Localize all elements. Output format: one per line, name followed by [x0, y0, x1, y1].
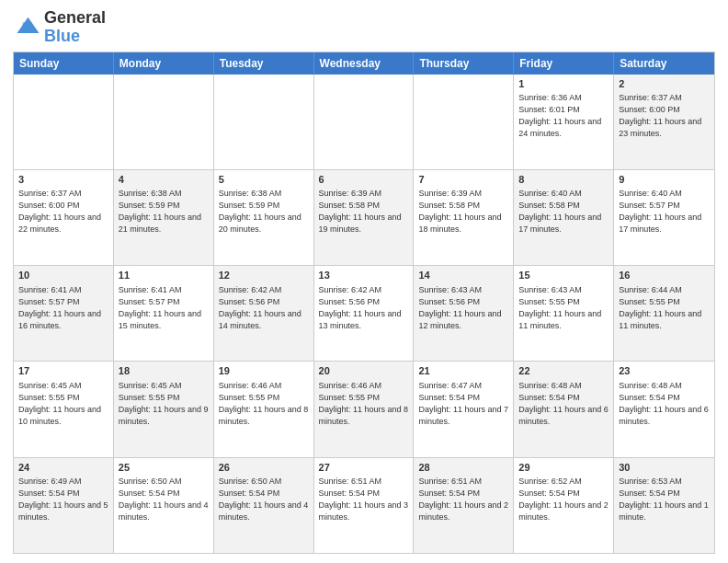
calendar-cell-day-30: 30Sunrise: 6:53 AM Sunset: 5:54 PM Dayli… [614, 458, 714, 553]
cell-info: Sunrise: 6:48 AM Sunset: 5:54 PM Dayligh… [518, 380, 609, 428]
cell-info: Sunrise: 6:51 AM Sunset: 5:54 PM Dayligh… [418, 476, 508, 523]
header-day-friday: Friday [514, 52, 614, 75]
calendar-row-4: 24Sunrise: 6:49 AM Sunset: 5:54 PM Dayli… [14, 457, 714, 553]
calendar-cell-day-12: 12Sunrise: 6:42 AM Sunset: 5:56 PM Dayli… [214, 266, 314, 361]
calendar-cell-day-23: 23Sunrise: 6:48 AM Sunset: 5:54 PM Dayli… [614, 362, 714, 456]
calendar-cell-day-25: 25Sunrise: 6:50 AM Sunset: 5:54 PM Dayli… [114, 458, 214, 553]
calendar-row-2: 10Sunrise: 6:41 AM Sunset: 5:57 PM Dayli… [14, 265, 714, 361]
day-number: 4 [119, 173, 209, 187]
calendar-cell-day-7: 7Sunrise: 6:39 AM Sunset: 5:58 PM Daylig… [414, 170, 514, 265]
cell-info: Sunrise: 6:41 AM Sunset: 5:57 PM Dayligh… [18, 284, 108, 332]
calendar-cell-day-4: 4Sunrise: 6:38 AM Sunset: 5:59 PM Daylig… [114, 170, 214, 265]
cell-info: Sunrise: 6:50 AM Sunset: 5:54 PM Dayligh… [219, 476, 309, 523]
logo-text: General Blue [44, 9, 106, 46]
calendar-cell-day-24: 24Sunrise: 6:49 AM Sunset: 5:54 PM Dayli… [14, 458, 114, 553]
calendar-row-3: 17Sunrise: 6:45 AM Sunset: 5:55 PM Dayli… [14, 361, 714, 456]
cell-info: Sunrise: 6:45 AM Sunset: 5:55 PM Dayligh… [119, 380, 209, 428]
day-number: 19 [219, 364, 309, 378]
cell-info: Sunrise: 6:42 AM Sunset: 5:56 PM Dayligh… [219, 284, 309, 332]
day-number: 7 [418, 173, 508, 187]
day-number: 14 [418, 269, 508, 282]
day-number: 1 [518, 77, 609, 91]
day-number: 3 [18, 173, 108, 187]
calendar: SundayMondayTuesdayWednesdayThursdayFrid… [13, 52, 715, 554]
calendar-cell-day-10: 10Sunrise: 6:41 AM Sunset: 5:57 PM Dayli… [14, 266, 114, 361]
calendar-cell-day-26: 26Sunrise: 6:50 AM Sunset: 5:54 PM Dayli… [214, 458, 314, 553]
day-number: 21 [418, 364, 508, 378]
cell-info: Sunrise: 6:39 AM Sunset: 5:58 PM Dayligh… [418, 188, 508, 236]
day-number: 29 [518, 461, 609, 475]
day-number: 17 [18, 364, 108, 378]
cell-info: Sunrise: 6:51 AM Sunset: 5:54 PM Dayligh… [319, 476, 409, 523]
calendar-cell-day-6: 6Sunrise: 6:39 AM Sunset: 5:58 PM Daylig… [314, 170, 415, 265]
day-number: 11 [119, 269, 209, 282]
day-number: 27 [319, 461, 409, 475]
cell-info: Sunrise: 6:53 AM Sunset: 5:54 PM Dayligh… [619, 476, 710, 523]
calendar-header: SundayMondayTuesdayWednesdayThursdayFrid… [14, 52, 714, 75]
calendar-cell-day-28: 28Sunrise: 6:51 AM Sunset: 5:54 PM Dayli… [414, 458, 514, 553]
cell-info: Sunrise: 6:42 AM Sunset: 5:56 PM Dayligh… [319, 284, 409, 332]
day-number: 25 [119, 461, 209, 475]
calendar-body: 1Sunrise: 6:36 AM Sunset: 6:01 PM Daylig… [14, 75, 714, 553]
calendar-cell-day-9: 9Sunrise: 6:40 AM Sunset: 5:57 PM Daylig… [614, 170, 714, 265]
calendar-row-1: 3Sunrise: 6:37 AM Sunset: 6:00 PM Daylig… [14, 169, 714, 265]
header-day-monday: Monday [114, 52, 214, 75]
calendar-cell-empty-0-2 [214, 75, 314, 169]
day-number: 13 [319, 269, 409, 282]
calendar-cell-day-22: 22Sunrise: 6:48 AM Sunset: 5:54 PM Dayli… [514, 362, 614, 456]
calendar-cell-day-27: 27Sunrise: 6:51 AM Sunset: 5:54 PM Dayli… [314, 458, 415, 553]
calendar-cell-day-16: 16Sunrise: 6:44 AM Sunset: 5:55 PM Dayli… [614, 266, 714, 361]
day-number: 23 [619, 364, 710, 378]
day-number: 12 [219, 269, 309, 282]
cell-info: Sunrise: 6:43 AM Sunset: 5:55 PM Dayligh… [518, 284, 609, 332]
calendar-cell-empty-0-1 [114, 75, 214, 169]
cell-info: Sunrise: 6:48 AM Sunset: 5:54 PM Dayligh… [619, 380, 710, 428]
day-number: 6 [319, 173, 409, 187]
cell-info: Sunrise: 6:41 AM Sunset: 5:57 PM Dayligh… [119, 284, 209, 332]
cell-info: Sunrise: 6:37 AM Sunset: 6:00 PM Dayligh… [18, 188, 108, 236]
day-number: 16 [619, 269, 710, 282]
cell-info: Sunrise: 6:46 AM Sunset: 5:55 PM Dayligh… [319, 380, 409, 428]
calendar-cell-day-21: 21Sunrise: 6:47 AM Sunset: 5:54 PM Dayli… [414, 362, 514, 456]
day-number: 26 [219, 461, 309, 475]
cell-info: Sunrise: 6:40 AM Sunset: 5:58 PM Dayligh… [518, 188, 609, 236]
calendar-cell-day-1: 1Sunrise: 6:36 AM Sunset: 6:01 PM Daylig… [514, 75, 614, 169]
calendar-cell-empty-0-4 [414, 75, 514, 169]
calendar-cell-day-18: 18Sunrise: 6:45 AM Sunset: 5:55 PM Dayli… [114, 362, 214, 456]
day-number: 5 [219, 173, 309, 187]
cell-info: Sunrise: 6:38 AM Sunset: 5:59 PM Dayligh… [119, 188, 209, 236]
day-number: 8 [518, 173, 609, 187]
cell-info: Sunrise: 6:50 AM Sunset: 5:54 PM Dayligh… [119, 476, 209, 523]
calendar-cell-day-2: 2Sunrise: 6:37 AM Sunset: 6:00 PM Daylig… [614, 75, 714, 169]
day-number: 28 [418, 461, 508, 475]
day-number: 15 [518, 269, 609, 282]
day-number: 22 [518, 364, 609, 378]
cell-info: Sunrise: 6:37 AM Sunset: 6:00 PM Dayligh… [619, 92, 710, 140]
cell-info: Sunrise: 6:49 AM Sunset: 5:54 PM Dayligh… [18, 476, 108, 523]
cell-info: Sunrise: 6:52 AM Sunset: 5:54 PM Dayligh… [518, 476, 609, 523]
calendar-cell-empty-0-3 [314, 75, 415, 169]
header-day-saturday: Saturday [614, 52, 714, 75]
calendar-cell-day-5: 5Sunrise: 6:38 AM Sunset: 5:59 PM Daylig… [214, 170, 314, 265]
day-number: 20 [319, 364, 409, 378]
cell-info: Sunrise: 6:38 AM Sunset: 5:59 PM Dayligh… [219, 188, 309, 236]
calendar-row-0: 1Sunrise: 6:36 AM Sunset: 6:01 PM Daylig… [14, 75, 714, 169]
cell-info: Sunrise: 6:47 AM Sunset: 5:54 PM Dayligh… [418, 380, 508, 428]
cell-info: Sunrise: 6:45 AM Sunset: 5:55 PM Dayligh… [18, 380, 108, 428]
day-number: 18 [119, 364, 209, 378]
svg-marker-1 [23, 22, 33, 33]
header-day-wednesday: Wednesday [314, 52, 415, 75]
calendar-cell-day-11: 11Sunrise: 6:41 AM Sunset: 5:57 PM Dayli… [114, 266, 214, 361]
cell-info: Sunrise: 6:36 AM Sunset: 6:01 PM Dayligh… [518, 92, 609, 140]
header-day-sunday: Sunday [14, 52, 114, 75]
header-day-thursday: Thursday [414, 52, 514, 75]
calendar-cell-day-20: 20Sunrise: 6:46 AM Sunset: 5:55 PM Dayli… [314, 362, 415, 456]
calendar-cell-day-15: 15Sunrise: 6:43 AM Sunset: 5:55 PM Dayli… [514, 266, 614, 361]
calendar-cell-day-14: 14Sunrise: 6:43 AM Sunset: 5:56 PM Dayli… [414, 266, 514, 361]
calendar-cell-day-13: 13Sunrise: 6:42 AM Sunset: 5:56 PM Dayli… [314, 266, 415, 361]
calendar-cell-day-8: 8Sunrise: 6:40 AM Sunset: 5:58 PM Daylig… [514, 170, 614, 265]
header-day-tuesday: Tuesday [214, 52, 314, 75]
day-number: 24 [18, 461, 108, 475]
calendar-cell-day-3: 3Sunrise: 6:37 AM Sunset: 6:00 PM Daylig… [14, 170, 114, 265]
day-number: 2 [619, 77, 710, 91]
